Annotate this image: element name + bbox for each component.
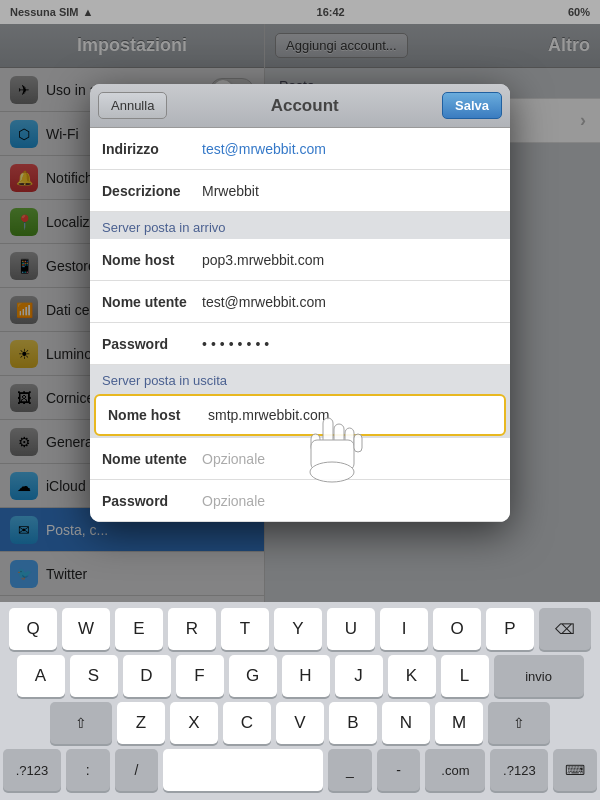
indirizzo-label: Indirizzo xyxy=(102,141,202,157)
key-backspace[interactable]: ⌫ xyxy=(539,608,591,650)
outgoing-nomehost-label: Nome host xyxy=(108,407,208,423)
key-i[interactable]: I xyxy=(380,608,428,650)
key-shift-left[interactable]: ⇧ xyxy=(50,702,112,744)
outgoing-nomeutente-placeholder: Opzionale xyxy=(202,451,498,467)
indirizzo-field[interactable]: Indirizzo test@mrwebbit.com xyxy=(90,128,510,170)
key-k[interactable]: K xyxy=(388,655,436,697)
incoming-server-label: Server posta in arrivo xyxy=(90,212,510,239)
key-a[interactable]: A xyxy=(17,655,65,697)
key-x[interactable]: X xyxy=(170,702,218,744)
key-g[interactable]: G xyxy=(229,655,277,697)
key-invio[interactable]: invio xyxy=(494,655,584,697)
outgoing-password-label: Password xyxy=(102,493,202,509)
key-s[interactable]: S xyxy=(70,655,118,697)
key-h[interactable]: H xyxy=(282,655,330,697)
key-colon[interactable]: : xyxy=(66,749,110,791)
carrier-label: Nessuna SIM xyxy=(10,6,78,18)
outgoing-server-label: Server posta in uscita xyxy=(90,365,510,392)
descrizione-value: Mrwebbit xyxy=(202,183,498,199)
cancel-button[interactable]: Annulla xyxy=(98,92,167,119)
key-j[interactable]: J xyxy=(335,655,383,697)
outgoing-nomeutente-label: Nome utente xyxy=(102,451,202,467)
incoming-password-field[interactable]: Password •••••••• xyxy=(90,323,510,365)
keyboard-row-3: ⇧ Z X C V B N M ⇧ xyxy=(3,702,597,744)
incoming-nomeutente-label: Nome utente xyxy=(102,294,202,310)
key-c[interactable]: C xyxy=(223,702,271,744)
modal-body: Indirizzo test@mrwebbit.com Descrizione … xyxy=(90,128,510,522)
key-m[interactable]: M xyxy=(435,702,483,744)
key-u[interactable]: U xyxy=(327,608,375,650)
indirizzo-value: test@mrwebbit.com xyxy=(202,141,498,157)
save-button[interactable]: Salva xyxy=(442,92,502,119)
incoming-nomeutente-field[interactable]: Nome utente test@mrwebbit.com xyxy=(90,281,510,323)
key-dotcom[interactable]: .com xyxy=(425,749,485,791)
key-f[interactable]: F xyxy=(176,655,224,697)
incoming-nomeutente-value: test@mrwebbit.com xyxy=(202,294,498,310)
key-l[interactable]: L xyxy=(441,655,489,697)
key-p[interactable]: P xyxy=(486,608,534,650)
descrizione-label: Descrizione xyxy=(102,183,202,199)
key-q[interactable]: Q xyxy=(9,608,57,650)
key-space[interactable] xyxy=(163,749,323,791)
keyboard-row-4: .?123 : / _ - .com .?123 ⌨ xyxy=(3,749,597,791)
key-d[interactable]: D xyxy=(123,655,171,697)
key-r[interactable]: R xyxy=(168,608,216,650)
outgoing-nomeutente-field[interactable]: Nome utente Opzionale xyxy=(90,438,510,480)
key-underscore[interactable]: _ xyxy=(328,749,372,791)
incoming-nomehost-label: Nome host xyxy=(102,252,202,268)
outgoing-password-placeholder: Opzionale xyxy=(202,493,498,509)
key-slash[interactable]: / xyxy=(115,749,159,791)
key-y[interactable]: Y xyxy=(274,608,322,650)
key-z[interactable]: Z xyxy=(117,702,165,744)
status-bar: Nessuna SIM ▲ 16:42 60% xyxy=(0,0,600,24)
key-num-left[interactable]: .?123 xyxy=(3,749,61,791)
descrizione-field[interactable]: Descrizione Mrwebbit xyxy=(90,170,510,212)
modal-title: Account xyxy=(271,96,339,116)
modal-header: Annulla Account Salva xyxy=(90,84,510,128)
key-w[interactable]: W xyxy=(62,608,110,650)
key-num-right[interactable]: .?123 xyxy=(490,749,548,791)
incoming-nomehost-value: pop3.mrwebbit.com xyxy=(202,252,498,268)
key-shift-right[interactable]: ⇧ xyxy=(488,702,550,744)
wifi-icon: ▲ xyxy=(82,6,93,18)
outgoing-password-field[interactable]: Password Opzionale xyxy=(90,480,510,522)
incoming-nomehost-field[interactable]: Nome host pop3.mrwebbit.com xyxy=(90,239,510,281)
time-label: 16:42 xyxy=(317,6,345,18)
outgoing-nomehost-field[interactable]: Nome host smtp.mrwebbit.com xyxy=(94,394,506,436)
keyboard: Q W E R T Y U I O P ⌫ A S D F G H J K L … xyxy=(0,602,600,800)
account-modal: Annulla Account Salva Indirizzo test@mrw… xyxy=(90,84,510,522)
battery-label: 60% xyxy=(568,6,590,18)
key-n[interactable]: N xyxy=(382,702,430,744)
outgoing-nomehost-value: smtp.mrwebbit.com xyxy=(208,407,492,423)
incoming-password-label: Password xyxy=(102,336,202,352)
keyboard-row-1: Q W E R T Y U I O P ⌫ xyxy=(3,608,597,650)
keyboard-row-2: A S D F G H J K L invio xyxy=(3,655,597,697)
key-e[interactable]: E xyxy=(115,608,163,650)
key-o[interactable]: O xyxy=(433,608,481,650)
key-t[interactable]: T xyxy=(221,608,269,650)
key-keyboard-icon[interactable]: ⌨ xyxy=(553,749,597,791)
key-v[interactable]: V xyxy=(276,702,324,744)
key-b[interactable]: B xyxy=(329,702,377,744)
key-dash[interactable]: - xyxy=(377,749,421,791)
incoming-password-value: •••••••• xyxy=(202,336,498,352)
